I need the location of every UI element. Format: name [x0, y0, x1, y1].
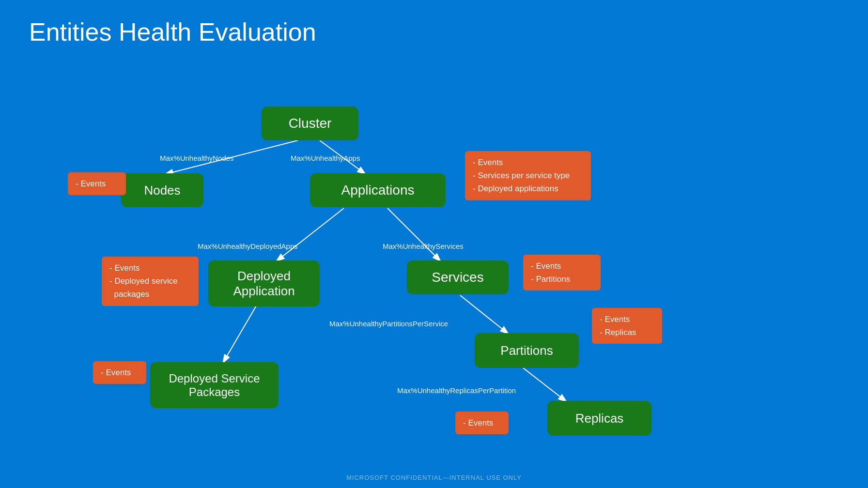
svg-line-4	[388, 208, 441, 261]
partitions-node: Partitions	[475, 333, 579, 368]
replicas-info-box: Events	[455, 412, 509, 434]
apps-info-box: Events Services per service type Deploye…	[465, 151, 591, 200]
nodes-node: Nodes	[121, 173, 203, 207]
deployed-app-info-box: Events Deployed service packages	[102, 257, 199, 306]
diagram-container: Cluster Nodes Applications DeployedAppli…	[0, 63, 868, 484]
services-info-box: Events Partitions	[523, 255, 601, 290]
svg-line-5	[223, 305, 257, 363]
applications-node: Applications	[310, 173, 446, 207]
nodes-info-box: Events	[68, 172, 126, 195]
page-title: Entities Health Evaluation	[0, 0, 868, 46]
label-max-unhealthy-replicas: Max%UnhealthyReplicasPerPartition	[397, 386, 516, 395]
partitions-info-box: Events Replicas	[592, 308, 662, 344]
label-max-unhealthy-partitions: Max%UnhealthyPartitionsPerService	[329, 320, 448, 328]
deployed-service-packages-node: Deployed ServicePackages	[150, 362, 279, 408]
label-max-unhealthy-nodes: Max%UnhealthyNodes	[160, 154, 234, 162]
label-max-unhealthy-deployed-apps: Max%UnhealthyDeployedApps	[198, 242, 298, 250]
services-node: Services	[407, 260, 509, 294]
footer: MICROSOFT CONFIDENTIAL—INTERNAL USE ONLY	[0, 474, 868, 481]
replicas-node: Replicas	[547, 401, 651, 436]
cluster-node: Cluster	[262, 107, 358, 140]
deployed-sp-info-box: Events	[93, 361, 146, 384]
svg-line-7	[523, 368, 567, 402]
svg-line-6	[460, 295, 509, 334]
deployed-application-node: DeployedApplication	[208, 260, 320, 306]
label-max-unhealthy-services: Max%UnhealthyServices	[383, 242, 464, 250]
svg-line-3	[276, 208, 344, 261]
label-max-unhealthy-apps: Max%UnhealthyApps	[291, 154, 360, 162]
